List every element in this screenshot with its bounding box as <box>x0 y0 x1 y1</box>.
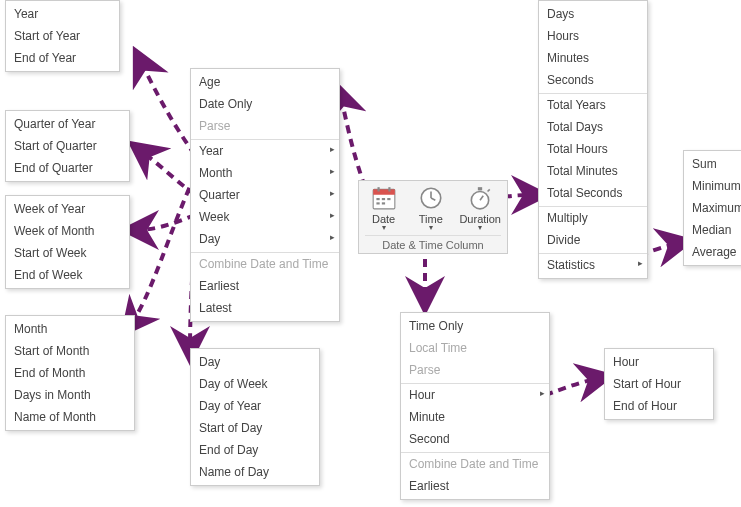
ribbon-duration-button[interactable]: Duration ▾ <box>459 185 501 231</box>
hour-submenu: Hour Start of Hour End of Hour <box>604 348 714 420</box>
menu-item[interactable]: Latest <box>191 297 339 319</box>
menu-item: Combine Date and Time <box>401 452 549 475</box>
menu-item[interactable]: Statistics▸ <box>539 253 647 276</box>
menu-item[interactable]: Earliest <box>401 475 549 497</box>
menu-item[interactable]: Earliest <box>191 275 339 297</box>
menu-item[interactable]: Days <box>539 3 647 25</box>
menu-item[interactable]: Start of Year <box>6 25 119 47</box>
menu-item[interactable]: End of Hour <box>605 395 713 417</box>
menu-item[interactable]: End of Month <box>6 362 134 384</box>
menu-item: Local Time <box>401 337 549 359</box>
svg-rect-4 <box>376 198 379 200</box>
menu-item[interactable]: Start of Month <box>6 340 134 362</box>
menu-item[interactable]: Median <box>684 219 741 241</box>
ribbon-group-title: Date & Time Column <box>365 235 501 251</box>
menu-item[interactable]: Divide <box>539 229 647 251</box>
menu-item[interactable]: Maximum <box>684 197 741 219</box>
ribbon-date-button[interactable]: Date ▾ <box>365 185 402 231</box>
time-main-menu: Time Only Local Time Parse Hour▸ Minute … <box>400 312 550 500</box>
menu-item[interactable]: Name of Day <box>191 461 319 483</box>
clock-icon <box>418 185 444 211</box>
menu-item: Combine Date and Time <box>191 252 339 275</box>
caret-down-icon: ▾ <box>429 225 433 231</box>
svg-rect-7 <box>376 202 379 204</box>
menu-item[interactable]: Multiply <box>539 206 647 229</box>
menu-item[interactable]: Month <box>6 318 134 340</box>
menu-item[interactable]: Minimum <box>684 175 741 197</box>
menu-item[interactable]: Start of Quarter <box>6 135 129 157</box>
menu-item[interactable]: End of Quarter <box>6 157 129 179</box>
chevron-right-icon: ▸ <box>330 166 335 176</box>
chevron-right-icon: ▸ <box>330 210 335 220</box>
day-submenu: Day Day of Week Day of Year Start of Day… <box>190 348 320 486</box>
menu-item[interactable]: End of Day <box>191 439 319 461</box>
svg-rect-1 <box>373 189 395 194</box>
menu-item[interactable]: Day of Year <box>191 395 319 417</box>
menu-item[interactable]: Sum <box>684 153 741 175</box>
svg-rect-6 <box>387 198 390 200</box>
statistics-submenu: Sum Minimum Maximum Median Average <box>683 150 741 266</box>
menu-item[interactable]: Average <box>684 241 741 263</box>
menu-item[interactable]: Year <box>6 3 119 25</box>
menu-item[interactable]: Week of Month <box>6 220 129 242</box>
menu-item[interactable]: End of Week <box>6 264 129 286</box>
menu-item[interactable]: Days in Month <box>6 384 134 406</box>
menu-item[interactable]: Day▸ <box>191 228 339 250</box>
month-submenu: Month Start of Month End of Month Days i… <box>5 315 135 431</box>
menu-item[interactable]: Year▸ <box>191 139 339 162</box>
chevron-right-icon: ▸ <box>540 388 545 398</box>
menu-item: Parse <box>401 359 549 381</box>
menu-item[interactable]: Start of Day <box>191 417 319 439</box>
menu-item[interactable]: Day of Week <box>191 373 319 395</box>
stopwatch-icon <box>467 185 493 211</box>
menu-item[interactable]: Date Only <box>191 93 339 115</box>
menu-item[interactable]: Week▸ <box>191 206 339 228</box>
svg-rect-5 <box>381 198 384 200</box>
week-submenu: Week of Year Week of Month Start of Week… <box>5 195 130 289</box>
svg-line-15 <box>488 189 490 191</box>
menu-item[interactable]: Total Years <box>539 93 647 116</box>
menu-item[interactable]: Hour▸ <box>401 383 549 406</box>
caret-down-icon: ▾ <box>478 225 482 231</box>
menu-item[interactable]: Seconds <box>539 69 647 91</box>
menu-item[interactable]: Total Seconds <box>539 182 647 204</box>
menu-item[interactable]: End of Year <box>6 47 119 69</box>
year-submenu: Year Start of Year End of Year <box>5 0 120 72</box>
menu-item[interactable]: Hour <box>605 351 713 373</box>
menu-item[interactable]: Total Days <box>539 116 647 138</box>
menu-item: Parse <box>191 115 339 137</box>
menu-item[interactable]: Second <box>401 428 549 450</box>
chevron-right-icon: ▸ <box>330 144 335 154</box>
chevron-right-icon: ▸ <box>330 188 335 198</box>
menu-item[interactable]: Total Hours <box>539 138 647 160</box>
menu-item[interactable]: Start of Week <box>6 242 129 264</box>
chevron-right-icon: ▸ <box>330 232 335 242</box>
menu-item[interactable]: Week of Year <box>6 198 129 220</box>
chevron-right-icon: ▸ <box>638 258 643 268</box>
menu-item[interactable]: Age <box>191 71 339 93</box>
ribbon-date-time-group: Date ▾ Time ▾ Duration ▾ Date & Time Col… <box>358 180 508 254</box>
date-main-menu: Age Date Only Parse Year▸ Month▸ Quarter… <box>190 68 340 322</box>
menu-item[interactable]: Month▸ <box>191 162 339 184</box>
menu-item[interactable]: Name of Month <box>6 406 134 428</box>
menu-item[interactable]: Start of Hour <box>605 373 713 395</box>
svg-rect-8 <box>381 202 384 204</box>
calendar-icon <box>371 185 397 211</box>
menu-item[interactable]: Quarter▸ <box>191 184 339 206</box>
menu-item[interactable]: Hours <box>539 25 647 47</box>
menu-item[interactable]: Time Only <box>401 315 549 337</box>
ribbon-time-button[interactable]: Time ▾ <box>412 185 449 231</box>
quarter-submenu: Quarter of Year Start of Quarter End of … <box>5 110 130 182</box>
duration-menu: Days Hours Minutes Seconds Total Years T… <box>538 0 648 279</box>
menu-item[interactable]: Minute <box>401 406 549 428</box>
menu-item[interactable]: Minutes <box>539 47 647 69</box>
menu-item[interactable]: Quarter of Year <box>6 113 129 135</box>
menu-item[interactable]: Day <box>191 351 319 373</box>
svg-rect-13 <box>478 187 482 190</box>
menu-item[interactable]: Total Minutes <box>539 160 647 182</box>
caret-down-icon: ▾ <box>382 225 386 231</box>
